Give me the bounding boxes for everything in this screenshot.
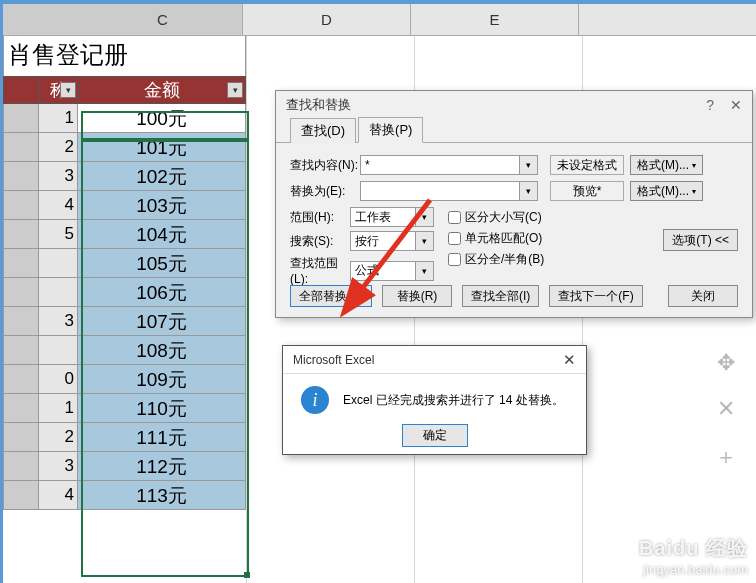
label-replace-with: 替换为(E): — [290, 183, 360, 200]
close-button[interactable]: 关闭 — [668, 285, 738, 307]
lookin-select[interactable] — [350, 261, 416, 281]
amount-cell[interactable]: 106元 — [78, 278, 246, 307]
amount-cell[interactable]: 103元 — [78, 191, 246, 220]
row-label-cell[interactable]: 2 — [39, 423, 78, 452]
row-number[interactable] — [3, 133, 39, 162]
amount-cell[interactable]: 105元 — [78, 249, 246, 278]
row-number[interactable] — [3, 220, 39, 249]
row-header-blank[interactable] — [3, 76, 39, 104]
checkbox-match-case[interactable]: 区分大小写(C) — [448, 209, 544, 226]
help-icon[interactable]: ? — [706, 97, 714, 113]
row-label-cell[interactable]: 1 — [39, 394, 78, 423]
tab-replace[interactable]: 替换(P) — [358, 117, 423, 143]
scope-select[interactable] — [350, 207, 416, 227]
table-row: 108元 — [3, 336, 246, 365]
row-label-cell[interactable]: 4 — [39, 191, 78, 220]
x-icon[interactable]: ✕ — [714, 396, 738, 422]
msgbox-title-text: Microsoft Excel — [293, 353, 374, 367]
table-row: 3112元 — [3, 452, 246, 481]
checkbox-whole-cell[interactable]: 单元格匹配(O) — [448, 230, 544, 247]
message-box: Microsoft Excel ✕ i Excel 已经完成搜索并进行了 14 … — [282, 345, 587, 455]
amount-cell[interactable]: 107元 — [78, 307, 246, 336]
table-row: 2101元 — [3, 133, 246, 162]
col-header-e[interactable]: E — [411, 4, 579, 35]
row-label-cell[interactable] — [39, 249, 78, 278]
label-search: 搜索(S): — [290, 233, 350, 250]
move-icon[interactable]: ✥ — [714, 350, 738, 376]
row-label-cell[interactable]: 5 — [39, 220, 78, 249]
row-number[interactable] — [3, 336, 39, 365]
table-row: 1100元 — [3, 104, 246, 133]
col-header-c[interactable]: C — [3, 4, 243, 35]
dropdown-icon[interactable]: ▾ — [520, 181, 538, 201]
row-number[interactable] — [3, 481, 39, 510]
row-label-cell[interactable]: 3 — [39, 162, 78, 191]
row-label-cell[interactable]: 1 — [39, 104, 78, 133]
row-label-cell[interactable] — [39, 336, 78, 365]
row-label-cell[interactable]: 3 — [39, 452, 78, 481]
amount-cell[interactable]: 111元 — [78, 423, 246, 452]
dropdown-icon[interactable]: ▾ — [520, 155, 538, 175]
row-number[interactable] — [3, 249, 39, 278]
tab-find[interactable]: 查找(D) — [290, 118, 356, 143]
row-number[interactable] — [3, 307, 39, 336]
format-button-replace[interactable]: 格式(M)...▾ — [630, 181, 703, 201]
table-row: 0109元 — [3, 365, 246, 394]
replace-with-input[interactable] — [360, 181, 520, 201]
filter-icon[interactable]: ▾ — [227, 82, 243, 98]
checkbox-width[interactable]: 区分全/半角(B) — [448, 251, 544, 268]
dialog-title-text: 查找和替换 — [286, 96, 351, 114]
sheet-title: 肖售登记册 — [3, 36, 246, 76]
label-lookin: 查找范围(L): — [290, 255, 350, 286]
replace-button[interactable]: 替换(R) — [382, 285, 452, 307]
format-status-replace: 预览* — [550, 181, 624, 201]
watermark: Baidu 经验 jingyan.baidu.com — [639, 535, 748, 577]
floating-toolbar: ✥ ✕ ＋ — [714, 350, 738, 472]
table-row: 1110元 — [3, 394, 246, 423]
close-icon[interactable]: ✕ — [563, 351, 576, 369]
amount-cell[interactable]: 110元 — [78, 394, 246, 423]
amount-cell[interactable]: 112元 — [78, 452, 246, 481]
row-number[interactable] — [3, 162, 39, 191]
dropdown-icon[interactable]: ▾ — [416, 231, 434, 251]
row-label-cell[interactable]: 0 — [39, 365, 78, 394]
row-label-cell[interactable]: 4 — [39, 481, 78, 510]
replace-all-button[interactable]: 全部替换(A) — [290, 285, 372, 307]
row-number[interactable] — [3, 278, 39, 307]
find-all-button[interactable]: 查找全部(I) — [462, 285, 539, 307]
row-number[interactable] — [3, 452, 39, 481]
amount-cell[interactable]: 100元 — [78, 104, 246, 133]
row-label-cell[interactable] — [39, 278, 78, 307]
col-header-d[interactable]: D — [243, 4, 411, 35]
table-row: 4113元 — [3, 481, 246, 510]
filter-icon[interactable]: ▾ — [60, 82, 76, 98]
find-next-button[interactable]: 查找下一个(F) — [549, 285, 642, 307]
row-label-cell[interactable]: 2 — [39, 133, 78, 162]
row-number[interactable] — [3, 104, 39, 133]
label-scope: 范围(H): — [290, 209, 350, 226]
row-number[interactable] — [3, 423, 39, 452]
row-number[interactable] — [3, 394, 39, 423]
dropdown-icon[interactable]: ▾ — [416, 261, 434, 281]
search-select[interactable] — [350, 231, 416, 251]
amount-cell[interactable]: 102元 — [78, 162, 246, 191]
msgbox-titlebar[interactable]: Microsoft Excel ✕ — [283, 346, 586, 374]
dropdown-icon[interactable]: ▾ — [416, 207, 434, 227]
ok-button[interactable]: 确定 — [402, 424, 468, 447]
table-header-name: 称 ▾ — [39, 76, 78, 104]
amount-cell[interactable]: 109元 — [78, 365, 246, 394]
row-label-cell[interactable]: 3 — [39, 307, 78, 336]
format-button-find[interactable]: 格式(M)...▾ — [630, 155, 703, 175]
amount-cell[interactable]: 104元 — [78, 220, 246, 249]
options-button[interactable]: 选项(T) << — [663, 229, 738, 251]
close-icon[interactable]: ✕ — [730, 97, 742, 113]
amount-cell[interactable]: 113元 — [78, 481, 246, 510]
dialog-titlebar[interactable]: 查找和替换 ? ✕ — [276, 91, 752, 119]
row-number[interactable] — [3, 191, 39, 220]
msgbox-message: Excel 已经完成搜索并进行了 14 处替换。 — [343, 392, 564, 409]
row-number[interactable] — [3, 365, 39, 394]
amount-cell[interactable]: 108元 — [78, 336, 246, 365]
amount-cell[interactable]: 101元 — [78, 133, 246, 162]
find-what-input[interactable] — [360, 155, 520, 175]
plus-icon[interactable]: ＋ — [714, 442, 738, 472]
